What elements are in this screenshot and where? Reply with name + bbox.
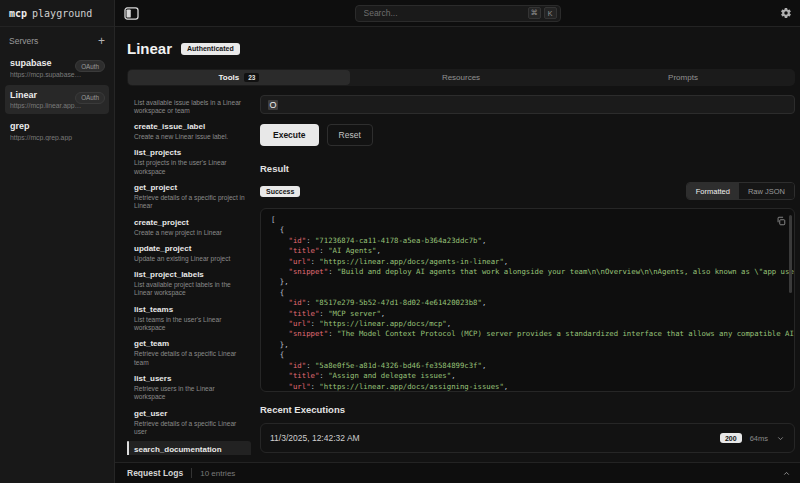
tool-name: create_project	[134, 218, 245, 228]
query-input-value: O	[268, 100, 278, 110]
server-item[interactable]: grep https://mcp.grep.app	[5, 116, 109, 146]
json-code: [ { "id": "71236874-ca11-4178-a5ea-b364a…	[271, 215, 780, 392]
tool-item[interactable]: get_team Retrieve details of a specific …	[127, 337, 251, 370]
json-line: "id": "5a8e0f5e-a81d-4326-bd46-fe3584899…	[271, 361, 780, 371]
formatted-view-button[interactable]: Formatted	[687, 183, 739, 199]
json-line: "url": "https://linear.app/docs/assignin…	[271, 382, 780, 392]
server-list: supabase https://mcp.supabase.co... OAut…	[0, 53, 114, 146]
json-line: "snippet": "The Model Context Protocol (…	[271, 329, 780, 339]
tool-description: Retrieve details of a specific Linear te…	[134, 350, 245, 367]
tool-description: Retrieve users in the Linear workspace	[134, 385, 245, 402]
executor-panel: O Execute Reset Result Success Formatted…	[260, 95, 795, 455]
execution-meta: 200 64ms	[720, 433, 785, 443]
json-line: "url": "https://linear.app/docs/mcp",	[271, 319, 780, 329]
tool-item[interactable]: get_user Retrieve details of a specific …	[127, 407, 251, 440]
tool-item[interactable]: List available issue labels in a Linear …	[127, 95, 251, 118]
tool-name: list_projects	[134, 148, 245, 158]
tool-description: List available issue labels in a Linear …	[134, 99, 245, 116]
action-buttons: Execute Reset	[260, 124, 795, 146]
json-line: "id": "8517e279-5b52-47d1-8d02-4e6142002…	[271, 298, 780, 308]
execute-button[interactable]: Execute	[260, 124, 319, 146]
chevron-down-icon[interactable]	[776, 434, 785, 443]
chevron-up-icon[interactable]	[782, 469, 791, 478]
tool-description: Update an existing Linear project	[134, 255, 245, 263]
recent-executions-list: 11/3/2025, 12:42:32 AM 200 64ms	[260, 415, 795, 453]
json-line: "title": "Assign and delegate issues",	[271, 371, 780, 381]
tab-label: Prompts	[668, 73, 698, 82]
status-code-badge: 200	[720, 433, 742, 443]
tab[interactable]: Tools 23	[128, 70, 350, 85]
tool-item[interactable]: list_users Retrieve users in the Linear …	[127, 372, 251, 405]
tool-description: List available project labels in the Lin…	[134, 281, 245, 298]
logo-mcp: mcp	[9, 8, 27, 19]
tool-name: get_project	[134, 183, 245, 193]
raw-json-view-button[interactable]: Raw JSON	[739, 183, 794, 199]
search-input[interactable]	[364, 8, 525, 18]
tab-label: Tools	[219, 73, 240, 82]
tool-name: list_users	[134, 374, 245, 384]
authenticated-badge: Authenticated	[181, 43, 240, 55]
code-scrollbar-thumb[interactable]	[789, 215, 792, 293]
sidebar: mcp playground Servers + supabase https:…	[0, 0, 115, 483]
tool-name: search_documentation	[134, 445, 245, 455]
tool-item[interactable]: update_project Update an existing Linear…	[127, 242, 251, 266]
tool-item[interactable]: create_project Create a new project in L…	[127, 216, 251, 240]
tool-name: get_user	[134, 409, 245, 419]
app-logo: mcp playground	[0, 0, 114, 27]
execution-row[interactable]: 11/3/2025, 12:42:32 AM 200 64ms	[260, 423, 795, 453]
json-line: {	[271, 225, 780, 235]
server-url: https://mcp.grep.app	[10, 134, 82, 141]
tool-description: List teams in the user's Linear workspac…	[134, 316, 245, 333]
server-url: https://mcp.linear.app/m...	[10, 102, 82, 109]
json-line: [	[271, 215, 780, 225]
tab[interactable]: Prompts	[572, 70, 794, 85]
tool-description: Create a new Linear issue label.	[134, 133, 245, 141]
result-heading: Result	[260, 163, 795, 174]
query-input[interactable]: O	[260, 95, 795, 114]
sidebar-toggle-icon[interactable]	[124, 7, 139, 20]
footer-divider	[191, 468, 192, 478]
app-window: mcp playground Servers + supabase https:…	[0, 0, 800, 483]
tab[interactable]: Resources	[350, 70, 572, 85]
json-line: {	[271, 350, 780, 360]
request-logs-bar[interactable]: Request Logs 10 entries	[115, 462, 800, 483]
oauth-badge: OAuth	[75, 60, 105, 72]
request-logs-count: 10 entries	[200, 469, 235, 478]
result-meta-row: Success Formatted Raw JSON	[260, 182, 795, 200]
copy-icon[interactable]	[776, 216, 786, 226]
json-result-block[interactable]: [ { "id": "71236874-ca11-4178-a5ea-b364a…	[260, 208, 795, 392]
json-line: "title": "MCP server",	[271, 309, 780, 319]
page-title: Linear	[127, 40, 172, 57]
json-line: "title": "AI Agents",	[271, 246, 780, 256]
json-line: },	[271, 277, 780, 287]
server-name: grep	[10, 121, 104, 131]
execution-duration: 64ms	[750, 434, 768, 443]
cmd-key-icon: ⌘	[528, 7, 541, 19]
tool-description: Retrieve details of a specific project i…	[134, 194, 245, 211]
settings-gear-icon[interactable]	[780, 7, 792, 19]
server-item[interactable]: supabase https://mcp.supabase.co... OAut…	[5, 53, 109, 83]
reset-button[interactable]: Reset	[327, 124, 373, 146]
json-line: "url": "https://linear.app/docs/agents-i…	[271, 257, 780, 267]
json-line: "snippet": "Build and deploy AI agents t…	[271, 267, 780, 277]
tool-name: get_team	[134, 339, 245, 349]
tool-item[interactable]: list_projects List projects in the user'…	[127, 146, 251, 179]
tool-name: list_teams	[134, 305, 245, 315]
tool-item[interactable]: list_teams List teams in the user's Line…	[127, 303, 251, 336]
tab-count-badge: 23	[244, 73, 259, 82]
page-header: Linear Authenticated	[127, 40, 800, 57]
tool-item[interactable]: list_project_labels List available proje…	[127, 268, 251, 301]
json-line: "id": "71236874-ca11-4178-a5ea-b364a23dd…	[271, 236, 780, 246]
add-server-button[interactable]: +	[98, 36, 105, 46]
tool-item[interactable]: search_documentation Search Linear's doc…	[127, 441, 251, 455]
tool-item[interactable]: get_project Retrieve details of a specif…	[127, 181, 251, 214]
json-line: {	[271, 288, 780, 298]
request-logs-label: Request Logs	[127, 468, 183, 478]
recent-executions-heading: Recent Executions	[260, 404, 795, 415]
server-item[interactable]: Linear https://mcp.linear.app/m... OAuth	[5, 85, 109, 115]
tool-item[interactable]: create_issue_label Create a new Linear i…	[127, 120, 251, 144]
tab-label: Resources	[442, 73, 480, 82]
tools-list: List available issue labels in a Linear …	[127, 95, 251, 455]
tool-description: List projects in the user's Linear works…	[134, 159, 245, 176]
search-box: ⌘ K	[355, 5, 561, 22]
